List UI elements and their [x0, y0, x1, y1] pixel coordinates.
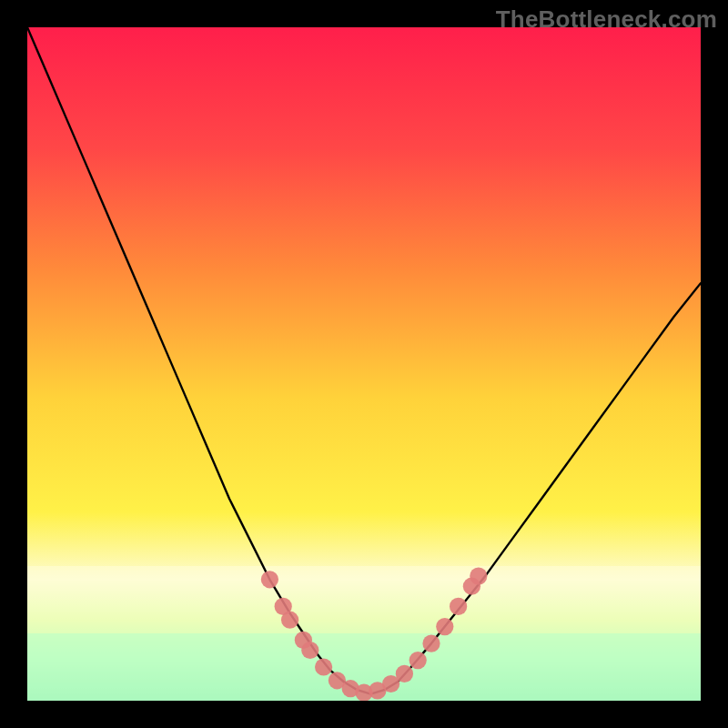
watermark-text: TheBottleneck.com: [496, 5, 717, 34]
svg-point-15: [410, 652, 427, 669]
svg-point-20: [470, 567, 487, 584]
svg-point-17: [436, 618, 453, 635]
chart-frame: TheBottleneck.com: [0, 0, 728, 728]
chart-svg: [27, 27, 701, 701]
svg-point-3: [261, 571, 278, 588]
svg-point-16: [422, 634, 440, 652]
svg-point-5: [281, 612, 298, 629]
svg-point-18: [450, 598, 467, 615]
svg-point-7: [301, 642, 318, 659]
svg-point-8: [315, 658, 332, 675]
plot-area: [27, 27, 701, 701]
svg-point-14: [396, 665, 413, 682]
